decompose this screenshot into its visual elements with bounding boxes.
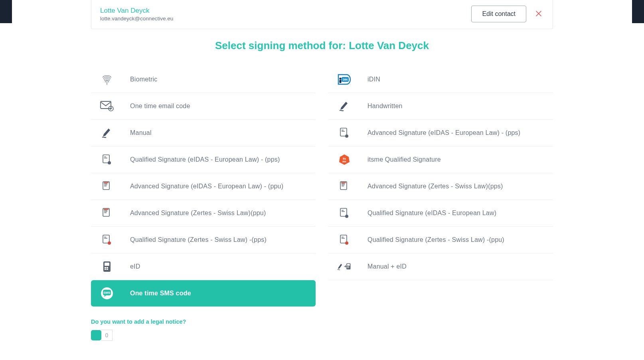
contact-actions: Edit contact bbox=[471, 6, 544, 22]
section-title: Select signing method for: Lotte Van Dey… bbox=[12, 40, 632, 52]
pen-plus-reader-icon: + bbox=[337, 261, 352, 273]
signing-method-label: eID bbox=[130, 263, 140, 270]
svg-point-20 bbox=[345, 215, 348, 218]
legal-notice-checkbox[interactable] bbox=[91, 330, 101, 340]
sms-icon: SMS bbox=[100, 287, 114, 299]
signing-method-label: Qualified Signature (eIDAS - European La… bbox=[367, 210, 496, 217]
svg-text:its: its bbox=[343, 157, 346, 160]
svg-rect-35 bbox=[348, 266, 349, 267]
svg-rect-33 bbox=[347, 264, 350, 266]
signing-method-label: One time SMS code bbox=[130, 290, 191, 297]
signing-method-option[interactable]: Qualified Signature (Zertes - Swiss Law)… bbox=[328, 227, 553, 253]
signing-method-label: Qualified Signature (Zertes - Swiss Law)… bbox=[130, 236, 267, 243]
doc-badge-icon bbox=[100, 154, 114, 166]
signing-method-option[interactable]: Manual bbox=[91, 120, 316, 146]
signing-method-option[interactable]: Advanced Signature (Zertes - Swiss Law)(… bbox=[91, 200, 316, 227]
doc-red-icon bbox=[337, 234, 352, 246]
signing-method-option[interactable]: Biometric bbox=[91, 66, 316, 93]
signing-method-label: iDIN bbox=[367, 76, 380, 83]
signing-method-option[interactable]: DIN iDIN bbox=[328, 66, 553, 93]
signing-method-modal: Lotte Van Deyck lotte.vandeyck@connectiv… bbox=[12, 0, 632, 360]
signing-method-option[interactable]: Advanced Signature (eIDAS - European Law… bbox=[91, 173, 316, 200]
doc-line-icon bbox=[100, 180, 114, 192]
fingerprint-icon bbox=[100, 73, 114, 85]
signing-method-option[interactable]: Handwritten bbox=[328, 93, 553, 120]
svg-rect-18 bbox=[104, 209, 109, 210]
signing-methods-grid: Biometric DIN iDIN One time email code H… bbox=[91, 66, 553, 307]
svg-point-9 bbox=[108, 161, 111, 164]
signing-method-option[interactable]: + Manual + eID bbox=[328, 253, 553, 280]
contact-card: Lotte Van Deyck lotte.vandeyck@connectiv… bbox=[91, 0, 553, 29]
signing-method-label: Biometric bbox=[130, 76, 157, 83]
svg-rect-37 bbox=[348, 267, 349, 268]
svg-rect-34 bbox=[347, 266, 348, 267]
legal-notice-control bbox=[91, 330, 553, 341]
signing-method-option[interactable]: Qualified Signature (Zertes - Swiss Law)… bbox=[91, 227, 316, 253]
signing-method-option[interactable]: Qualified Signature (eIDAS - European La… bbox=[328, 200, 553, 227]
signing-method-label: Manual + eID bbox=[367, 263, 407, 270]
svg-rect-28 bbox=[107, 267, 108, 268]
svg-point-22 bbox=[108, 241, 111, 245]
signing-method-label: Advanced Signature (eIDAS - European Law… bbox=[130, 183, 283, 190]
svg-point-1 bbox=[339, 77, 341, 79]
signing-method-label: Qualified Signature (eIDAS - European La… bbox=[130, 156, 280, 163]
signing-method-label: Qualified Signature (Zertes - Swiss Law)… bbox=[367, 236, 504, 243]
doc-badge-icon bbox=[337, 207, 352, 219]
contact-email: lotte.vandeyck@connective.eu bbox=[100, 16, 173, 22]
signing-method-label: itsme Qualified Signature bbox=[367, 156, 441, 163]
contact-info: Lotte Van Deyck lotte.vandeyck@connectiv… bbox=[100, 7, 173, 22]
idin-icon: DIN bbox=[337, 73, 352, 85]
svg-rect-14 bbox=[104, 182, 109, 183]
svg-rect-26 bbox=[105, 263, 109, 266]
signing-method-label: Advanced Signature (eIDAS - European Law… bbox=[367, 129, 520, 136]
pen-icon bbox=[100, 127, 114, 139]
legal-notice-question: Do you want to add a legal notice? bbox=[91, 318, 553, 325]
signing-method-label: Advanced Signature (Zertes - Swiss Law)(… bbox=[367, 183, 503, 190]
signing-method-option[interactable]: eID bbox=[91, 253, 316, 280]
pen-icon bbox=[337, 100, 352, 112]
svg-rect-27 bbox=[105, 267, 106, 268]
doc-red-icon bbox=[100, 234, 114, 246]
doc-line-icon bbox=[100, 207, 114, 219]
signing-method-option[interactable]: One time email code bbox=[91, 93, 316, 120]
card-reader-icon bbox=[100, 261, 114, 273]
svg-text:SMS: SMS bbox=[103, 291, 111, 295]
edit-contact-button[interactable]: Edit contact bbox=[471, 6, 526, 22]
svg-rect-36 bbox=[347, 267, 348, 268]
legal-notice-count-input[interactable] bbox=[101, 330, 113, 341]
svg-point-24 bbox=[345, 241, 348, 245]
doc-badge-icon bbox=[337, 127, 352, 139]
signing-method-option[interactable]: SMS One time SMS code bbox=[91, 280, 316, 307]
svg-point-7 bbox=[345, 135, 348, 138]
backdrop-right bbox=[632, 0, 644, 23]
contact-name: Lotte Van Deyck bbox=[100, 7, 173, 15]
svg-text:me: me bbox=[342, 160, 346, 163]
svg-rect-16 bbox=[341, 182, 346, 183]
svg-rect-2 bbox=[339, 80, 341, 83]
signing-method-option[interactable]: its me itsme Qualified Signature bbox=[328, 146, 553, 173]
legal-notice-section: Do you want to add a legal notice? bbox=[91, 318, 553, 341]
close-icon[interactable] bbox=[533, 8, 544, 20]
email-check-icon bbox=[100, 100, 114, 112]
signing-method-option[interactable]: Advanced Signature (Zertes - Swiss Law)(… bbox=[328, 173, 553, 200]
svg-rect-30 bbox=[107, 269, 108, 270]
signing-method-option[interactable]: Qualified Signature (eIDAS - European La… bbox=[91, 146, 316, 173]
signing-method-label: Manual bbox=[130, 129, 152, 136]
signing-method-label: Handwritten bbox=[367, 103, 403, 110]
svg-text:DIN: DIN bbox=[343, 78, 348, 81]
signing-method-label: One time email code bbox=[130, 103, 190, 110]
signing-method-option[interactable]: Advanced Signature (eIDAS - European Law… bbox=[328, 120, 553, 146]
svg-rect-29 bbox=[105, 269, 106, 270]
doc-line-icon bbox=[337, 180, 352, 192]
svg-rect-4 bbox=[101, 101, 111, 109]
backdrop-left bbox=[0, 0, 12, 23]
itsme-icon: its me bbox=[337, 154, 352, 166]
signing-method-label: Advanced Signature (Zertes - Swiss Law)(… bbox=[130, 210, 266, 217]
